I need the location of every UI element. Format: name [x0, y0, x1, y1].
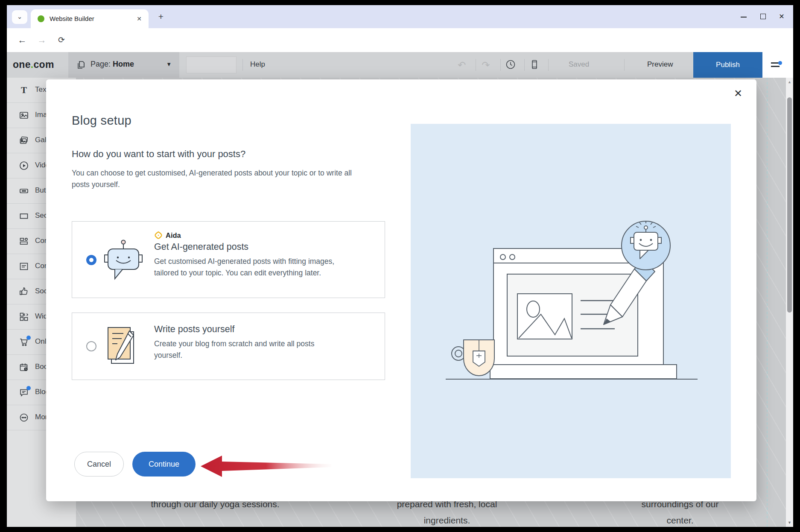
- window-maximize-button[interactable]: [754, 5, 774, 28]
- modal-title: Blog setup: [72, 114, 131, 128]
- notepad-pencil-icon: [105, 326, 142, 368]
- option-write-yourself[interactable]: Write posts yourself Create your blog fr…: [72, 313, 385, 380]
- columns-icon: [19, 236, 29, 246]
- content-icon: [19, 261, 29, 272]
- publish-button[interactable]: Publish: [693, 52, 762, 78]
- page-scrollbar[interactable]: ▲ ▼: [786, 78, 793, 527]
- option-text: Aida Get AI-generated posts Get customis…: [154, 231, 345, 279]
- preview-button[interactable]: Preview: [647, 60, 673, 69]
- back-icon[interactable]: ←: [16, 34, 28, 46]
- social-thumbs-up-icon: [19, 286, 29, 297]
- background-text-line: center.: [666, 515, 693, 525]
- sidebar-item-label: But: [35, 186, 46, 195]
- option-text: Write posts yourself Create your blog fr…: [154, 324, 317, 361]
- notification-dot: [26, 386, 31, 390]
- canvas-guide-line: [767, 78, 768, 527]
- more-ellipsis-icon: [19, 412, 29, 423]
- aida-icon: [154, 231, 163, 240]
- toolbar-divider: [624, 59, 625, 71]
- robot-icon: [102, 238, 145, 282]
- undo-icon[interactable]: ↶: [456, 59, 468, 71]
- tab-search-chevron-icon[interactable]: ⌄: [12, 10, 27, 24]
- maximize-icon: [760, 14, 766, 19]
- browser-tab-strip: ⌄ Website Builder ✕ + ✕: [7, 5, 793, 28]
- logo-dot: .: [31, 59, 34, 70]
- help-button[interactable]: Help: [250, 60, 265, 69]
- text-icon: T: [19, 85, 29, 95]
- image-icon: [19, 110, 29, 120]
- sidebar-item-label: Soc: [35, 287, 47, 295]
- toolbar-divider: [476, 59, 476, 71]
- redo-icon[interactable]: ↷: [480, 59, 492, 71]
- mobile-view-icon[interactable]: [528, 59, 540, 71]
- radio-unselected[interactable]: [86, 341, 96, 351]
- booking-calendar-icon: [19, 362, 29, 372]
- toolbar-right-area: [762, 52, 793, 78]
- page-selector-label: Page: Home: [91, 60, 134, 69]
- page-selector[interactable]: Page: Home ▼: [68, 52, 179, 78]
- editor-toolbar: one.com Page: Home ▼ Help ↶ ↷ Saved: [7, 52, 793, 78]
- pages-icon: [76, 60, 86, 70]
- page-value: Home: [113, 60, 134, 68]
- desktop: ⌄ Website Builder ✕ + ✕ ← → ⟳: [0, 0, 800, 532]
- browser-window: ⌄ Website Builder ✕ + ✕ ← → ⟳: [7, 5, 793, 527]
- gallery-icon: [19, 135, 29, 146]
- pointer-arrow: [200, 454, 332, 478]
- widgets-icon: [19, 312, 29, 322]
- minimize-icon: [741, 17, 747, 18]
- new-tab-button[interactable]: +: [155, 11, 166, 22]
- blog-illustration-art: [411, 124, 731, 478]
- aida-label: Aida: [166, 231, 181, 240]
- history-icon[interactable]: [505, 59, 517, 71]
- sidebar-item-label: Ima: [35, 111, 47, 119]
- option-ai-generated[interactable]: Aida Get AI-generated posts Get customis…: [72, 221, 385, 298]
- logo-com: com: [34, 59, 54, 70]
- toolbar-divider: [500, 59, 501, 71]
- one-com-logo: one.com: [13, 59, 54, 70]
- button-icon: [19, 186, 29, 196]
- notification-dot: [778, 61, 782, 65]
- window-close-button[interactable]: ✕: [772, 5, 791, 28]
- option-title: Write posts yourself: [154, 324, 317, 335]
- aida-badge: Aida: [154, 231, 345, 240]
- tab-title: Website Builder: [50, 15, 94, 22]
- window-minimize-button[interactable]: [734, 5, 754, 28]
- sidebar-item-label: Wid: [35, 312, 47, 321]
- video-icon: [19, 161, 29, 171]
- option-description: Get customised AI-generated posts with f…: [154, 256, 345, 279]
- modal-close-icon[interactable]: ✕: [732, 87, 745, 100]
- section-icon: [19, 211, 29, 221]
- radio-selected[interactable]: [86, 255, 96, 265]
- sidebar-item-label: Mor: [35, 413, 47, 421]
- saved-status: Saved: [569, 60, 589, 69]
- option-description: Create your blog from scratch and write …: [154, 338, 317, 361]
- logo-one: one: [13, 59, 31, 70]
- browser-tab[interactable]: Website Builder ✕: [31, 9, 149, 28]
- modal-description: You can choose to get customised, AI-gen…: [72, 167, 368, 190]
- chevron-down-icon: ▼: [166, 61, 172, 67]
- forward-icon[interactable]: →: [36, 34, 48, 46]
- toolbar-inset: [186, 56, 236, 73]
- tab-close-icon[interactable]: ✕: [135, 15, 143, 23]
- toolbar-divider: [524, 59, 525, 71]
- blog-setup-modal: ✕ Blog setup How do you want to start wi…: [46, 79, 756, 501]
- continue-button[interactable]: Continue: [132, 452, 196, 476]
- menu-hamburger-icon[interactable]: [771, 61, 781, 68]
- reload-icon[interactable]: ⟳: [55, 34, 67, 46]
- toolbar-divider: [242, 59, 243, 71]
- notification-dot: [26, 336, 31, 340]
- close-icon: ✕: [772, 5, 791, 28]
- cancel-button[interactable]: Cancel: [74, 452, 124, 476]
- modal-question: How do you want to start with your posts…: [72, 149, 245, 160]
- scrollbar-thumb[interactable]: [787, 97, 792, 313]
- browser-address-bar: ← → ⟳ websitebuilder.one.com/editor ☆ ⋮: [7, 28, 793, 52]
- toolbar-divider: [548, 59, 549, 71]
- scroll-down-icon[interactable]: ▼: [786, 519, 793, 526]
- option-title: Get AI-generated posts: [154, 242, 345, 252]
- background-text-line: ingredients.: [424, 515, 470, 525]
- svg-text:T: T: [21, 85, 27, 95]
- scroll-up-icon[interactable]: ▲: [786, 79, 793, 85]
- page-prefix: Page:: [91, 60, 113, 68]
- sidebar-item-label: Onl: [35, 337, 46, 346]
- blog-illustration: [411, 124, 731, 478]
